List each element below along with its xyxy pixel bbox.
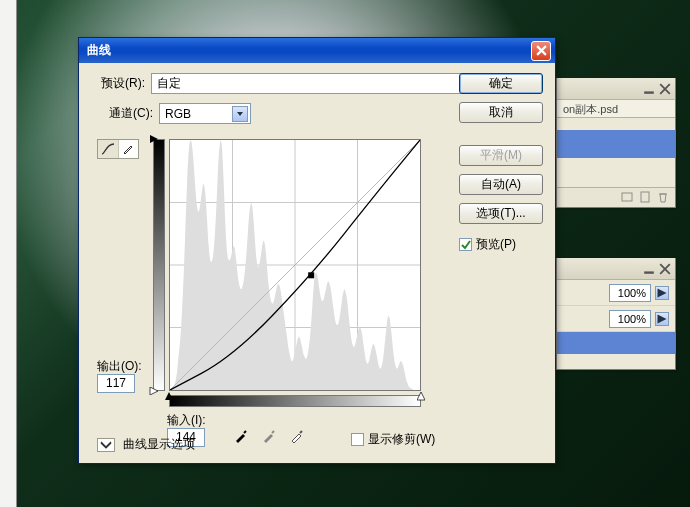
curves-dialog: 曲线 预设(R): 自定 通道(C): RGB — [78, 37, 556, 464]
output-gradient — [153, 139, 165, 391]
layers-panel: 100% 100% — [556, 258, 676, 370]
fill-flyout-icon[interactable] — [655, 312, 669, 326]
input-white-handle[interactable] — [417, 392, 425, 401]
channel-label: 通道(C): — [109, 105, 153, 122]
panel-header — [557, 78, 675, 100]
options-button[interactable]: 选项(T)... — [459, 203, 543, 224]
output-field[interactable]: 117 — [97, 374, 135, 393]
black-point-eyedropper-icon[interactable] — [231, 426, 251, 446]
minimize-icon[interactable] — [643, 263, 655, 275]
curve-graph[interactable] — [169, 139, 421, 391]
layer-selected[interactable] — [557, 332, 675, 354]
document-tab[interactable]: on副本.psd — [557, 100, 675, 118]
show-clipping-label: 显示修剪(W) — [368, 431, 435, 448]
show-clipping-checkbox[interactable] — [351, 433, 364, 446]
new-snapshot-icon[interactable] — [621, 191, 633, 203]
preset-value: 自定 — [157, 75, 181, 92]
new-doc-icon[interactable] — [639, 191, 651, 203]
history-item-selected[interactable] — [557, 130, 675, 158]
output-label: 输出(O): — [97, 358, 142, 375]
opacity-row: 100% — [557, 280, 675, 306]
minimize-icon[interactable] — [643, 83, 655, 95]
dialog-title: 曲线 — [87, 42, 531, 59]
svg-rect-10 — [308, 272, 314, 278]
channel-value: RGB — [165, 107, 191, 121]
pencil-tool-icon[interactable] — [119, 140, 139, 158]
history-panel: on副本.psd — [556, 78, 676, 208]
gray-point-eyedropper-icon[interactable] — [259, 426, 279, 446]
output-white-handle[interactable] — [149, 387, 158, 395]
input-gradient — [169, 395, 421, 407]
ok-button[interactable]: 确定 — [459, 73, 543, 94]
layers-panel-header — [557, 258, 675, 280]
chevron-down-icon[interactable] — [232, 106, 248, 122]
fill-row: 100% — [557, 306, 675, 332]
white-point-eyedropper-icon[interactable] — [287, 426, 307, 446]
svg-rect-3 — [644, 271, 654, 273]
close-panel-icon[interactable] — [659, 83, 671, 95]
svg-rect-0 — [644, 91, 654, 93]
close-panel-icon[interactable] — [659, 263, 671, 275]
close-button[interactable] — [531, 41, 551, 61]
ruler-vertical — [0, 0, 17, 507]
curve-tool-icon[interactable] — [98, 140, 119, 158]
preset-label: 预设(R): — [91, 75, 145, 92]
input-label: 输入(I): — [167, 412, 206, 429]
input-black-handle[interactable] — [165, 392, 173, 401]
auto-button[interactable]: 自动(A) — [459, 174, 543, 195]
expand-options-label: 曲线显示选项 — [123, 436, 195, 453]
expand-options-icon[interactable] — [97, 438, 115, 452]
cancel-button[interactable]: 取消 — [459, 102, 543, 123]
curve-tool-toggle[interactable] — [97, 139, 139, 159]
preview-label: 预览(P) — [476, 236, 516, 253]
trash-icon[interactable] — [657, 191, 669, 203]
panel-footer — [557, 187, 675, 207]
smooth-button[interactable]: 平滑(M) — [459, 145, 543, 166]
preview-checkbox[interactable] — [459, 238, 472, 251]
svg-rect-1 — [622, 193, 632, 201]
channel-select[interactable]: RGB — [159, 103, 251, 124]
output-black-handle[interactable] — [149, 135, 158, 143]
opacity-field[interactable]: 100% — [609, 284, 651, 302]
svg-rect-2 — [641, 192, 649, 202]
titlebar[interactable]: 曲线 — [79, 38, 555, 63]
opacity-flyout-icon[interactable] — [655, 286, 669, 300]
fill-field[interactable]: 100% — [609, 310, 651, 328]
